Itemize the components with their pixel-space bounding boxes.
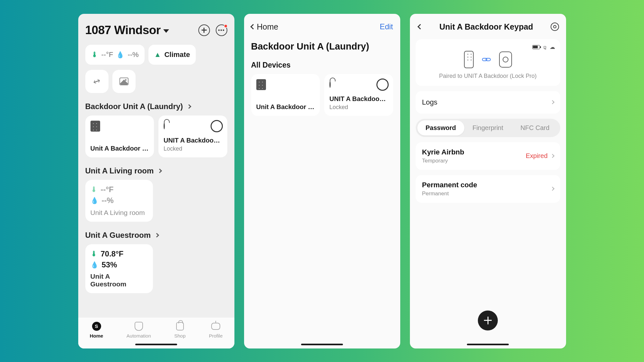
section-title: Backdoor Unit A (Laundry) <box>85 102 183 111</box>
living-humidity: --% <box>102 196 114 205</box>
lock-icon <box>164 123 165 129</box>
bag-icon <box>176 322 184 330</box>
chevron-left-icon <box>250 24 256 30</box>
caret-down-icon <box>163 29 169 33</box>
keypad-detail-screen: Unit A Backdoor Keypad ⚼ ☁ Paired to UNI… <box>410 14 566 348</box>
logs-row[interactable]: Logs <box>416 91 560 114</box>
home-indicator[interactable] <box>467 344 509 345</box>
keypad-icon <box>256 79 266 90</box>
tab-shop[interactable]: Shop <box>174 321 185 339</box>
lock-card-label: UNIT A Backdoor (Lo… <box>164 137 222 144</box>
home-name: 1087 Windsor <box>85 23 161 37</box>
tab-fingerprint[interactable]: Fingerprint <box>464 120 511 135</box>
thermometer-icon: 🌡 <box>90 185 98 194</box>
tab-label: Profile <box>209 333 223 339</box>
tab-profile[interactable]: Profile <box>209 321 223 339</box>
broken-link-icon: ⤢ <box>91 75 102 87</box>
droplet-icon: 💧 <box>90 197 99 204</box>
entry-name: Kyrie Airbnb <box>422 148 464 156</box>
settings-button[interactable] <box>551 23 559 31</box>
shield-icon <box>135 322 143 331</box>
guest-climate-card[interactable]: 🌡70.8°F 💧53% Unit A Guestroom <box>85 244 153 293</box>
password-entry-permanent[interactable]: Permanent code Permanent <box>416 175 560 203</box>
password-entry-kyrie[interactable]: Kyrie Airbnb Temporary Expired <box>416 142 560 170</box>
thermometer-icon: 🌡 <box>91 51 98 59</box>
add-password-button[interactable] <box>478 311 498 330</box>
logs-label: Logs <box>422 98 438 107</box>
home-screen: 1087 Windsor 🌡 --°F 💧 --% ▲ Climate ⤢ <box>78 14 234 348</box>
lock-status: Locked <box>329 104 388 111</box>
climate-label: Climate <box>164 51 190 59</box>
climate-chip[interactable]: ▲ Climate <box>148 45 196 65</box>
room-screen: Home Edit Backdoor Unit A (Laundry) All … <box>244 14 400 348</box>
pairing-panel: ⚼ ☁ Paired to UNIT A Backdoor (Lock Pro) <box>416 39 560 86</box>
temp-value: --°F <box>101 51 113 59</box>
lock-device-icon <box>499 51 512 68</box>
lock-card[interactable]: UNIT A Backdoor (Lo… Locked <box>324 74 393 116</box>
tab-label: Home <box>90 333 103 339</box>
section-backdoor[interactable]: Backdoor Unit A (Laundry) <box>78 93 234 116</box>
tab-home[interactable]: S Home <box>90 321 103 339</box>
link-icon <box>482 58 491 61</box>
add-button[interactable] <box>198 24 210 36</box>
section-title: Unit A Living room <box>85 166 154 175</box>
tab-label: Automation <box>127 333 151 339</box>
section-guest[interactable]: Unit A Guestroom <box>78 222 234 244</box>
entry-type: Temporary <box>422 158 464 164</box>
unlink-shortcut[interactable]: ⤢ <box>85 70 109 93</box>
bluetooth-icon: ⚼ <box>543 44 546 50</box>
keypad-card[interactable]: Unit A Backdoor Key… <box>85 116 154 157</box>
back-button[interactable]: Home <box>251 22 279 32</box>
tab-nfc[interactable]: NFC Card <box>511 120 558 135</box>
tab-password[interactable]: Password <box>417 120 464 135</box>
image-icon <box>119 78 128 85</box>
keypad-card-label: Unit A Backdoor Key… <box>256 103 315 111</box>
back-label: Home <box>257 22 279 32</box>
entry-status: Expired <box>526 152 548 160</box>
keypad-card-label: Unit A Backdoor Key… <box>90 145 149 152</box>
droplet-icon: 💧 <box>116 51 124 59</box>
chevron-right-icon <box>550 100 554 104</box>
tab-label: Shop <box>174 333 185 339</box>
droplet-icon: 💧 <box>90 261 99 269</box>
home-selector[interactable]: 1087 Windsor <box>85 23 169 37</box>
chevron-right-icon <box>550 154 554 158</box>
keypad-card[interactable]: Unit A Backdoor Key… <box>251 74 320 116</box>
paired-text: Paired to UNIT A Backdoor (Lock Pro) <box>421 73 555 79</box>
home-indicator[interactable] <box>135 344 177 345</box>
section-title: Unit A Guestroom <box>85 231 151 240</box>
room-title: Backdoor Unit A (Laundry) <box>244 34 400 54</box>
robot-icon <box>211 323 220 330</box>
living-room-name: Unit A Living room <box>90 209 148 217</box>
living-climate-card[interactable]: 🌡--°F 💧--% Unit A Living room <box>85 180 153 222</box>
guest-humidity: 53% <box>102 260 117 269</box>
battery-icon <box>532 45 540 49</box>
guest-room-name: Unit A Guestroom <box>90 273 148 288</box>
more-button[interactable] <box>216 24 227 36</box>
chevron-right-icon <box>157 168 162 173</box>
home-icon: S <box>92 322 101 331</box>
image-shortcut[interactable] <box>112 70 136 93</box>
keypad-icon <box>90 121 100 132</box>
lock-status: Locked <box>164 145 222 152</box>
living-temp: --°F <box>101 185 114 194</box>
entry-type: Permanent <box>422 190 477 197</box>
home-indicator[interactable] <box>301 344 343 345</box>
lock-card[interactable]: UNIT A Backdoor (Lo… Locked <box>158 116 227 157</box>
thermometer-icon: 🌡 <box>90 250 98 258</box>
devices-header: All Devices <box>244 54 400 74</box>
environment-chip[interactable]: 🌡 --°F 💧 --% <box>85 45 145 65</box>
edit-button[interactable]: Edit <box>380 22 393 31</box>
guest-temp: 70.8°F <box>101 249 124 258</box>
leaf-icon: ▲ <box>154 51 161 59</box>
credential-type-tabs: Password Fingerprint NFC Card <box>416 119 560 137</box>
cloud-icon: ☁ <box>550 44 555 51</box>
section-living[interactable]: Unit A Living room <box>78 157 234 180</box>
tab-automation[interactable]: Automation <box>127 321 151 339</box>
chevron-right-icon <box>155 233 159 237</box>
notification-badge <box>224 24 228 28</box>
chevron-right-icon <box>550 187 554 191</box>
page-title: Unit A Backdoor Keypad <box>422 22 551 32</box>
chevron-right-icon <box>187 104 191 108</box>
keypad-device-icon <box>464 51 474 68</box>
